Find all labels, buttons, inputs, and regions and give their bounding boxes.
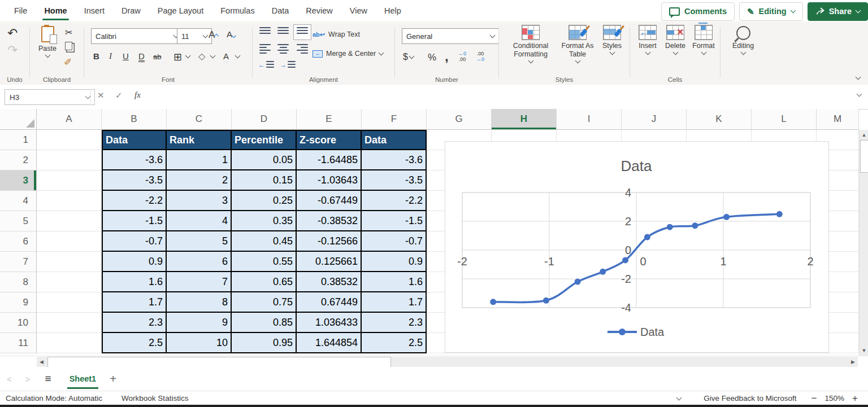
cell-A3[interactable] <box>37 170 102 191</box>
tab-formulas[interactable]: Formulas <box>212 0 263 21</box>
insert-cells-button[interactable]: ← Insert <box>635 25 661 54</box>
column-header-L[interactable]: L <box>752 109 817 130</box>
cell-F11[interactable]: 2.5 <box>362 333 427 353</box>
cell-E7[interactable]: 0.125661 <box>297 252 362 272</box>
column-header-C[interactable]: C <box>167 109 232 130</box>
paste-button[interactable]: Paste <box>34 26 60 57</box>
cell-C11[interactable]: 10 <box>167 333 232 353</box>
font-name-select[interactable]: Calibri <box>91 28 183 44</box>
cell-C2[interactable]: 1 <box>167 150 232 170</box>
cell-C5[interactable]: 4 <box>167 211 232 231</box>
next-sheet-button[interactable]: > <box>19 374 37 384</box>
cell-C1[interactable]: Rank <box>167 130 232 150</box>
row-header-5[interactable]: 5 <box>0 211 37 231</box>
tab-data[interactable]: Data <box>263 0 298 21</box>
cell-D1[interactable]: Percentile <box>232 130 297 150</box>
format-painter-button[interactable]: ✐ <box>64 56 72 68</box>
chart-title[interactable]: Data <box>621 157 652 174</box>
row-header-1[interactable]: 1 <box>0 130 37 150</box>
row-header-3[interactable]: 3 <box>0 170 37 191</box>
data-point-marker[interactable] <box>543 297 549 304</box>
expand-formula-bar-button[interactable] <box>857 91 862 97</box>
column-header-B[interactable]: B <box>102 109 167 130</box>
data-point-marker[interactable] <box>600 269 606 275</box>
increase-decimal-button[interactable]: ←0 .00 <box>458 51 466 62</box>
scroll-right-button[interactable]: ▶ <box>848 357 858 367</box>
cell-C9[interactable]: 8 <box>167 292 232 313</box>
column-header-I[interactable]: I <box>557 109 622 130</box>
cell-styles-button[interactable]: Styles <box>597 25 627 54</box>
cell-B5[interactable]: -1.5 <box>102 211 167 231</box>
cell-F3[interactable]: -3.5 <box>362 170 427 191</box>
cell-E4[interactable]: -0.67449 <box>297 191 362 211</box>
zoom-level[interactable]: 150% <box>825 394 845 402</box>
tab-page-layout[interactable]: Page Layout <box>149 0 212 21</box>
redo-button[interactable]: ↷ <box>7 43 18 58</box>
cell-D4[interactable]: 0.25 <box>232 191 297 211</box>
cell-F8[interactable]: 1.6 <box>362 272 427 292</box>
align-top-button[interactable] <box>259 27 271 37</box>
cell-E2[interactable]: -1.64485 <box>297 150 362 170</box>
cell-B2[interactable]: -3.6 <box>102 150 167 170</box>
row-header-7[interactable]: 7 <box>0 252 37 272</box>
data-point-marker[interactable] <box>490 299 496 305</box>
column-header-A[interactable]: A <box>37 109 102 130</box>
decrease-decimal-button[interactable]: .00 →0 <box>476 51 484 62</box>
cell-B9[interactable]: 1.7 <box>102 292 167 313</box>
double-underline-button[interactable]: D <box>138 52 145 62</box>
cell-A11[interactable] <box>37 333 102 353</box>
data-point-marker[interactable] <box>575 279 581 285</box>
column-header-G[interactable]: G <box>427 109 492 130</box>
cell-F5[interactable]: -1.5 <box>362 211 427 231</box>
delete-cells-button[interactable]: ✕ Delete <box>662 25 689 54</box>
cell-C7[interactable]: 6 <box>167 252 232 272</box>
scroll-down-button[interactable]: ▼ <box>860 345 868 356</box>
share-button[interactable]: Share <box>808 2 868 21</box>
cell-D7[interactable]: 0.55 <box>232 252 297 272</box>
cell-F7[interactable]: 0.9 <box>362 252 427 272</box>
insert-function-button[interactable]: fx <box>134 90 141 100</box>
align-bottom-button[interactable] <box>293 24 311 40</box>
underline-button[interactable]: U <box>123 52 129 60</box>
cell-B3[interactable]: -3.5 <box>102 170 167 191</box>
align-center-button[interactable] <box>277 44 289 54</box>
tab-file[interactable]: File <box>6 0 36 21</box>
row-header-4[interactable]: 4 <box>0 191 37 211</box>
chart-container[interactable]: 420-2-4-2-1012DataData <box>445 141 829 353</box>
cell-C8[interactable]: 7 <box>167 272 232 292</box>
cell-C3[interactable]: 2 <box>167 170 232 191</box>
scroll-up-button[interactable]: ▲ <box>860 130 868 140</box>
number-format-select[interactable]: General <box>402 28 499 44</box>
cell-C10[interactable]: 9 <box>167 313 232 333</box>
wrap-text-button[interactable]: ab↩ Wrap Text <box>313 30 360 38</box>
fill-color-button[interactable]: ◇ <box>198 51 205 62</box>
cell-D11[interactable]: 0.95 <box>232 333 297 353</box>
italic-button[interactable]: I <box>109 52 112 60</box>
vertical-scroll-thumb[interactable] <box>860 140 868 173</box>
enter-button[interactable]: ✓ <box>115 90 123 100</box>
data-point-marker[interactable] <box>692 222 698 229</box>
row-header-8[interactable]: 8 <box>0 272 37 292</box>
legend-entry-data[interactable]: Data <box>640 326 665 338</box>
row-header-11[interactable]: 11 <box>0 333 37 353</box>
cell-B7[interactable]: 0.9 <box>102 252 167 272</box>
borders-button[interactable]: ⊞ <box>173 51 182 63</box>
editing-mode-button[interactable]: ✎ Editing <box>739 2 803 21</box>
data-point-marker[interactable] <box>776 211 783 217</box>
zoom-out-button[interactable]: − <box>811 393 817 404</box>
cell-F2[interactable]: -3.6 <box>362 150 427 170</box>
cell-A8[interactable] <box>37 272 102 292</box>
sheet-tab-sheet1[interactable]: Sheet1 <box>63 367 103 391</box>
select-all-corner[interactable] <box>0 109 37 130</box>
horizontal-scrollbar[interactable]: ◀ ▶ <box>37 357 858 367</box>
cell-C4[interactable]: 3 <box>167 191 232 211</box>
font-size-select[interactable]: 11 <box>177 28 212 44</box>
all-sheets-menu-button[interactable]: ≡ <box>37 373 59 385</box>
copy-button[interactable] <box>65 42 72 50</box>
scroll-left-button[interactable]: ◀ <box>37 357 46 367</box>
cell-A6[interactable] <box>37 231 102 252</box>
tab-review[interactable]: Review <box>297 0 341 21</box>
cell-E5[interactable]: -0.38532 <box>297 211 362 231</box>
cell-B1[interactable]: Data <box>102 130 167 150</box>
data-point-marker[interactable] <box>622 257 628 263</box>
